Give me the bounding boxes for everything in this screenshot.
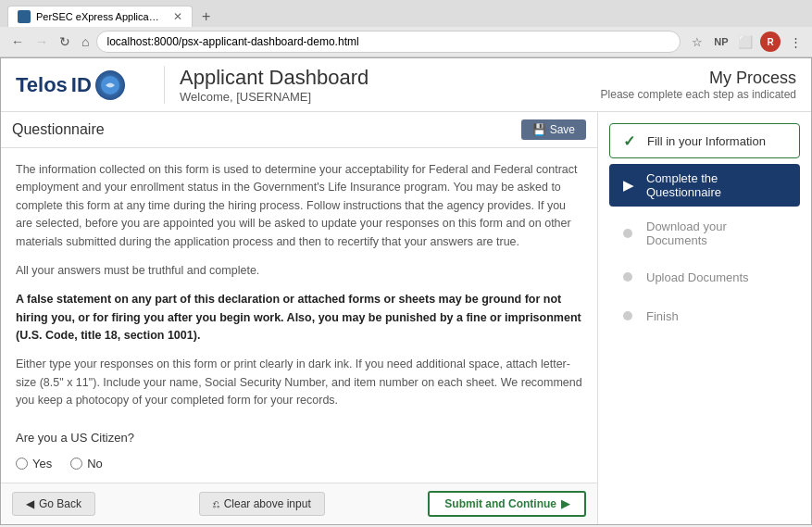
new-tab-button[interactable]: +	[196, 8, 216, 25]
bookmark-icon[interactable]: ☆	[688, 32, 706, 51]
form-warning-text: A false statement on any part of this de…	[16, 293, 581, 342]
my-process-header: My Process Please complete each step as …	[601, 69, 796, 101]
q1-no-label: No	[87, 455, 103, 473]
tab-bar: PerSEC eXpress Applicant Dashb... ✕ +	[0, 0, 812, 27]
form-body[interactable]: The information collected on this form i…	[1, 148, 597, 483]
my-process-subtitle: Please complete each step as indicated	[601, 88, 796, 101]
step-download-docs[interactable]: Download your Documents	[609, 212, 800, 255]
forward-button[interactable]: →	[31, 32, 52, 51]
form-area: Questionnaire 💾 Save The information col…	[1, 112, 598, 524]
q1-no-radio[interactable]	[70, 458, 82, 470]
form-footer: ◀ Go Back ⎌ Clear above input Submit and…	[1, 483, 597, 524]
step-upload-docs-indicator	[618, 268, 637, 286]
step-finish-label: Finish	[646, 309, 679, 323]
tab-title: PerSEC eXpress Applicant Dashb...	[36, 11, 164, 22]
reload-button[interactable]: ↻	[56, 32, 74, 51]
step-questionnaire-label: Complete the Questionnaire	[646, 171, 791, 199]
app-title: Applicant Dashboard	[180, 66, 601, 90]
q1-yes-radio[interactable]	[16, 458, 28, 470]
step-upload-docs-label: Upload Documents	[646, 270, 749, 284]
active-tab[interactable]: PerSEC eXpress Applicant Dashb... ✕	[7, 6, 193, 27]
cast-icon[interactable]: ⬜	[736, 32, 755, 51]
submit-continue-button[interactable]: Submit and Continue ▶	[428, 491, 586, 517]
steps-panel: ✓ Fill in your Information ▶ Complete th…	[598, 112, 811, 524]
app-header: Telos ID Applicant Dashboard Welcome, [U…	[1, 58, 811, 112]
step-fill-info[interactable]: ✓ Fill in your Information	[609, 123, 800, 158]
logo-id-text: ID	[71, 73, 92, 97]
step-questionnaire[interactable]: ▶ Complete the Questionnaire	[609, 164, 800, 207]
toolbar-icons: ☆ NP ⬜ R ⋮	[688, 31, 805, 52]
step-inactive-dot-2	[623, 272, 632, 282]
form-instruction: Either type your responses on this form …	[16, 356, 582, 409]
question-1-options: Yes No	[16, 455, 582, 473]
save-button[interactable]: 💾 Save	[521, 119, 586, 140]
welcome-text: Welcome, [USERNAME]	[180, 90, 601, 104]
browser-chrome: PerSEC eXpress Applicant Dashb... ✕ + ← …	[0, 0, 812, 57]
address-bar: ← → ↻ ⌂ ☆ NP ⬜ R ⋮	[0, 27, 812, 56]
step-upload-docs[interactable]: Upload Documents	[609, 260, 800, 294]
form-intro-paragraph: The information collected on this form i…	[16, 161, 582, 251]
clear-icon: ⎌	[213, 497, 219, 510]
clear-input-button[interactable]: ⎌ Clear above input	[199, 492, 325, 516]
question-1-block: Are you a US Citizen? Yes No	[16, 429, 582, 473]
address-input[interactable]	[96, 31, 681, 53]
clear-label: Clear above input	[224, 497, 311, 510]
user-avatar[interactable]: R	[760, 31, 781, 52]
profile-np-icon: NP	[712, 32, 731, 51]
logo-telos-text: Telos	[16, 73, 68, 97]
logo-badge	[95, 70, 125, 100]
submit-arrow-icon: ▶	[561, 497, 569, 510]
tab-favicon	[18, 10, 31, 23]
q1-yes-option[interactable]: Yes	[16, 455, 52, 473]
save-label: Save	[550, 123, 575, 136]
go-back-label: Go Back	[39, 497, 81, 510]
tab-close-button[interactable]: ✕	[173, 10, 182, 23]
step-check-icon: ✓	[623, 132, 635, 150]
step-inactive-dot	[623, 229, 632, 238]
logo: Telos ID	[16, 70, 125, 100]
content-area: Questionnaire 💾 Save The information col…	[1, 112, 811, 524]
step-fill-info-label: Fill in your Information	[647, 134, 766, 148]
step-fill-info-indicator: ✓	[619, 132, 638, 150]
step-questionnaire-indicator: ▶	[618, 176, 637, 194]
step-finish-indicator	[618, 307, 637, 325]
form-intro-p2: All your answers must be truthful and co…	[16, 262, 582, 280]
save-icon: 💾	[532, 123, 546, 136]
go-back-button[interactable]: ◀ Go Back	[12, 492, 95, 516]
logo-area: Telos ID	[16, 70, 164, 100]
submit-label: Submit and Continue	[444, 497, 556, 510]
q1-yes-label: Yes	[32, 455, 52, 473]
step-download-docs-indicator	[618, 224, 637, 243]
form-title: Questionnaire	[12, 121, 105, 138]
question-1-label: Are you a US Citizen?	[16, 429, 582, 447]
home-button[interactable]: ⌂	[78, 32, 93, 51]
back-button[interactable]: ←	[7, 32, 28, 51]
q1-no-option[interactable]: No	[70, 455, 103, 473]
header-title-area: Applicant Dashboard Welcome, [USERNAME]	[164, 66, 601, 104]
back-arrow-icon: ◀	[26, 497, 34, 510]
menu-icon[interactable]: ⋮	[786, 32, 805, 51]
step-inactive-dot-3	[623, 311, 632, 320]
form-warning: A false statement on any part of this de…	[16, 291, 582, 345]
form-header: Questionnaire 💾 Save	[1, 112, 597, 148]
step-active-arrow-icon: ▶	[623, 178, 633, 193]
app-container: Telos ID Applicant Dashboard Welcome, [U…	[0, 57, 812, 525]
step-finish[interactable]: Finish	[609, 299, 800, 333]
step-download-docs-label: Download your Documents	[646, 220, 791, 247]
my-process-title: My Process	[601, 69, 796, 88]
